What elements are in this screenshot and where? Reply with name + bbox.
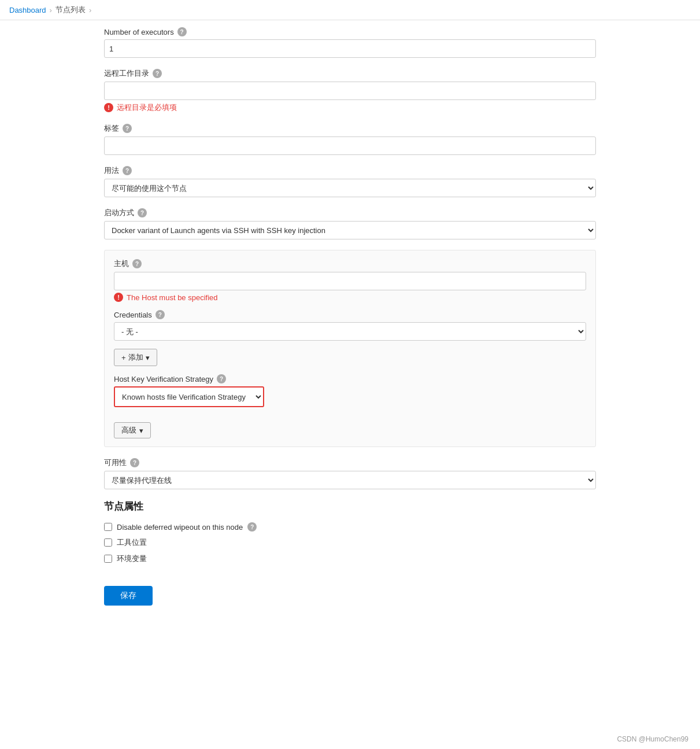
- credentials-label-text: Credentials: [114, 311, 152, 319]
- launch-method-help-icon[interactable]: ?: [138, 208, 147, 217]
- tool-location-checkbox[interactable]: [104, 538, 112, 547]
- advanced-chevron-icon: ▾: [139, 426, 143, 435]
- credentials-field-group: Credentials ? - 无 -: [114, 310, 586, 341]
- availability-label-text: 可用性: [104, 457, 127, 468]
- host-key-select-wrapper: Known hosts file Verification Strategy M…: [114, 386, 264, 407]
- breadcrumb: Dashboard › 节点列表 ›: [0, 0, 700, 20]
- host-input[interactable]: [114, 272, 586, 290]
- availability-help-icon[interactable]: ?: [130, 458, 139, 467]
- tool-location-row: 工具位置: [104, 537, 596, 548]
- host-key-field-group: Host Key Verification Strategy ? Known h…: [114, 374, 586, 407]
- breadcrumb-dashboard[interactable]: Dashboard: [9, 6, 46, 14]
- host-error-text: The Host must be specified: [127, 293, 218, 302]
- disable-wipeout-checkbox[interactable]: [104, 523, 112, 531]
- credentials-select[interactable]: - 无 -: [114, 322, 586, 341]
- add-button-wrapper: + 添加 ▾: [114, 349, 586, 366]
- host-field-group: 主机 ? ! The Host must be specified: [114, 259, 586, 302]
- executors-input[interactable]: [104, 39, 596, 58]
- label-field-group: 标签 ?: [104, 123, 596, 155]
- label-help-icon[interactable]: ?: [123, 124, 132, 133]
- host-error: ! The Host must be specified: [114, 293, 586, 302]
- remote-dir-field-group: 远程工作目录 ? ! 远程目录是必填项: [104, 68, 596, 113]
- form-section: Number of executors ? 远程工作目录 ? ! 远程目录是必填…: [0, 20, 700, 613]
- save-button-label: 保存: [120, 591, 136, 601]
- usage-field-group: 用法 ? 尽可能的使用这个节点: [104, 165, 596, 197]
- remote-dir-error-text: 远程目录是必填项: [117, 102, 177, 113]
- usage-select[interactable]: 尽可能的使用这个节点: [104, 179, 596, 197]
- remote-dir-help-icon[interactable]: ?: [153, 69, 162, 78]
- main-content: Dashboard › 节点列表 › Number of executors ?…: [0, 0, 700, 749]
- host-key-label: Host Key Verification Strategy ?: [114, 374, 586, 383]
- disable-wipeout-help-icon[interactable]: ?: [247, 522, 257, 532]
- footer-watermark: CSDN @HumoChen99: [617, 735, 688, 743]
- usage-label: 用法 ?: [104, 165, 596, 176]
- env-vars-checkbox[interactable]: [104, 555, 112, 563]
- executors-label-text: Number of executors: [104, 28, 174, 36]
- remote-dir-label-text: 远程工作目录: [104, 68, 149, 79]
- availability-field-group: 可用性 ? 尽量保持代理在线: [104, 457, 596, 489]
- usage-help-icon[interactable]: ?: [123, 166, 132, 175]
- advanced-button-label: 高级: [121, 425, 136, 436]
- remote-dir-input[interactable]: [104, 82, 596, 100]
- executors-field-group: Number of executors ?: [104, 27, 596, 58]
- credentials-help-icon[interactable]: ?: [155, 310, 165, 319]
- env-vars-label: 环境变量: [117, 554, 147, 564]
- node-properties-title: 节点属性: [104, 500, 596, 513]
- host-help-icon[interactable]: ?: [132, 259, 142, 268]
- label-input[interactable]: [104, 136, 596, 155]
- launch-method-field-group: 启动方式 ? Docker variant of Launch agents v…: [104, 208, 596, 239]
- launch-method-label: 启动方式 ?: [104, 208, 596, 218]
- tool-location-label: 工具位置: [117, 537, 147, 548]
- label-label: 标签 ?: [104, 123, 596, 134]
- launch-method-label-text: 启动方式: [104, 208, 134, 218]
- add-icon: +: [121, 353, 126, 362]
- host-key-label-text: Host Key Verification Strategy: [114, 375, 213, 383]
- remote-dir-error-icon: !: [104, 103, 113, 112]
- host-key-select[interactable]: Known hosts file Verification Strategy M…: [115, 388, 263, 406]
- save-button[interactable]: 保存: [104, 586, 153, 606]
- add-chevron-icon: ▾: [146, 353, 150, 362]
- add-credentials-button[interactable]: + 添加 ▾: [114, 349, 157, 366]
- host-error-icon: !: [114, 293, 123, 302]
- remote-dir-label: 远程工作目录 ?: [104, 68, 596, 79]
- host-key-help-icon[interactable]: ?: [217, 374, 226, 383]
- breadcrumb-sep-2: ›: [89, 6, 91, 14]
- breadcrumb-sep-1: ›: [50, 6, 52, 14]
- executors-label: Number of executors ?: [104, 27, 596, 36]
- label-label-text: 标签: [104, 123, 119, 134]
- env-vars-row: 环境变量: [104, 554, 596, 564]
- host-label: 主机 ?: [114, 259, 586, 269]
- disable-wipeout-label: Disable deferred wipeout on this node: [117, 523, 243, 532]
- remote-dir-error: ! 远程目录是必填项: [104, 102, 596, 113]
- add-button-label: 添加: [128, 352, 143, 363]
- availability-label: 可用性 ?: [104, 457, 596, 468]
- credentials-label: Credentials ?: [114, 310, 586, 319]
- advanced-button[interactable]: 高级 ▾: [114, 422, 151, 438]
- launch-method-select[interactable]: Docker variant of Launch agents via SSH …: [104, 221, 596, 239]
- breadcrumb-node-list: 节点列表: [55, 5, 86, 15]
- availability-select[interactable]: 尽量保持代理在线: [104, 471, 596, 489]
- ssh-sub-section: 主机 ? ! The Host must be specified Creden…: [104, 250, 596, 447]
- usage-label-text: 用法: [104, 165, 119, 176]
- executors-help-icon[interactable]: ?: [177, 27, 187, 36]
- disable-wipeout-row: Disable deferred wipeout on this node ?: [104, 522, 596, 532]
- node-properties-group: 节点属性 Disable deferred wipeout on this no…: [104, 500, 596, 564]
- host-label-text: 主机: [114, 259, 129, 269]
